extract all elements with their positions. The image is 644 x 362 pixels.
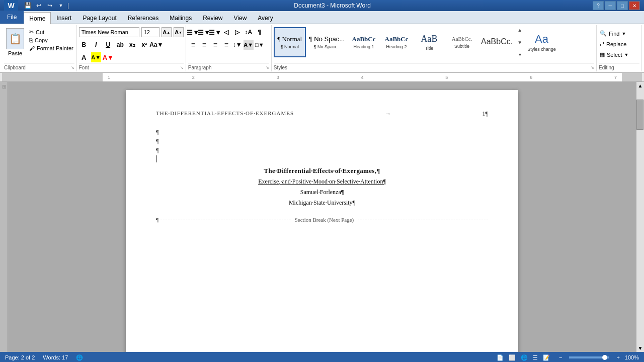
decrease-indent-button[interactable]: ◁ bbox=[221, 27, 231, 37]
bold-button[interactable]: B bbox=[79, 40, 89, 50]
help-button[interactable]: ? bbox=[593, 1, 604, 10]
styles-expander[interactable]: ↘ bbox=[591, 65, 594, 70]
scroll-up-button[interactable]: ▲ bbox=[637, 82, 644, 89]
font-expander[interactable]: ↘ bbox=[180, 65, 184, 70]
justify-button[interactable]: ≡ bbox=[221, 40, 231, 50]
tab-insert[interactable]: Insert bbox=[51, 12, 77, 24]
restore-button[interactable]: □ bbox=[617, 1, 628, 10]
main-area: ⊞ THE·DIFFERENTIAL·EFFECTS·OF·EXERGAMES … bbox=[0, 82, 644, 352]
select-button[interactable]: ▦ Select ▼ bbox=[599, 50, 630, 59]
view-outline-icon[interactable]: ☰ bbox=[533, 354, 538, 361]
show-hide-button[interactable]: ¶ bbox=[255, 27, 265, 37]
zoom-minus[interactable]: − bbox=[559, 354, 562, 360]
underline-button[interactable]: U bbox=[103, 40, 113, 50]
superscript-button[interactable]: x² bbox=[139, 40, 149, 50]
subscript-button[interactable]: x₂ bbox=[127, 40, 137, 50]
format-painter-button[interactable]: 🖌 Format Painter bbox=[28, 45, 74, 52]
replace-button[interactable]: ⇄ Replace bbox=[599, 40, 630, 48]
font-shrink-button[interactable]: A▼ bbox=[174, 27, 184, 37]
view-draft-icon[interactable]: 📝 bbox=[543, 354, 550, 361]
style-normal[interactable]: ¶ Normal ¶ Normal bbox=[274, 27, 306, 57]
borders-button[interactable]: □▼ bbox=[255, 40, 265, 50]
para-row-2: ≡ ≡ ≡ ≡ ↕▼ A▼ □▼ bbox=[188, 40, 265, 50]
style-no-spacing[interactable]: ¶ No Spac... ¶ No Spaci... bbox=[306, 27, 347, 57]
document-subtitle: Exercise,·and·Positive·Mood·on·Selective… bbox=[156, 178, 488, 186]
redo-button[interactable]: ↪ bbox=[45, 1, 54, 10]
close-button[interactable]: ✕ bbox=[629, 1, 640, 10]
tab-references[interactable]: References bbox=[122, 12, 164, 24]
align-center-button[interactable]: ≡ bbox=[199, 40, 209, 50]
text-effects-button[interactable]: A bbox=[79, 52, 89, 62]
select-dropdown-icon[interactable]: ▼ bbox=[624, 52, 629, 57]
document-author: Samuel·Forlenza¶ bbox=[156, 189, 488, 196]
para-mark-3: ¶ bbox=[156, 147, 158, 154]
style-aa[interactable]: AaBbCc. bbox=[478, 27, 515, 57]
strikethrough-button[interactable]: ab bbox=[115, 40, 125, 50]
tab-avery[interactable]: Avery bbox=[252, 12, 278, 24]
style-subtitle-label: Subtitle bbox=[454, 44, 469, 49]
tab-page-layout[interactable]: Page Layout bbox=[77, 12, 122, 24]
align-right-button[interactable]: ≡ bbox=[210, 40, 220, 50]
document-area[interactable]: THE·DIFFERENTIAL·EFFECTS·OF·EXERGAMES → … bbox=[8, 82, 636, 352]
paragraph-expander[interactable]: ↘ bbox=[266, 65, 269, 70]
scroll-thumb[interactable] bbox=[636, 100, 643, 130]
tab-review[interactable]: Review bbox=[197, 12, 228, 24]
document-page[interactable]: THE·DIFFERENTIAL·EFFECTS·OF·EXERGAMES → … bbox=[126, 90, 518, 352]
paste-button[interactable]: 📋 Paste bbox=[4, 27, 26, 57]
style-heading2[interactable]: AaBbCc Heading 2 bbox=[380, 27, 413, 57]
zoom-percentage[interactable]: 100% bbox=[625, 354, 639, 360]
font-color-row: A A▼ A▼ bbox=[79, 52, 184, 62]
copy-icon: ⎘ bbox=[29, 37, 33, 43]
multilevel-button[interactable]: ☰▼ bbox=[210, 27, 220, 37]
zoom-plus[interactable]: + bbox=[616, 354, 619, 360]
copy-button[interactable]: ⎘ Copy bbox=[28, 37, 74, 44]
scroll-down-button[interactable]: ▼ bbox=[637, 344, 644, 352]
vertical-scrollbar[interactable]: ▲ ▼ bbox=[636, 82, 644, 352]
tab-view[interactable]: View bbox=[228, 12, 253, 24]
window-controls: ? ─ □ ✕ bbox=[593, 1, 640, 10]
save-button[interactable]: 💾 bbox=[23, 1, 32, 10]
line-spacing-button[interactable]: ↕▼ bbox=[232, 40, 243, 50]
find-dropdown-icon[interactable]: ▼ bbox=[621, 31, 626, 36]
tab-home[interactable]: Home bbox=[24, 12, 51, 24]
sort-button[interactable]: ↕A bbox=[244, 27, 254, 37]
styles-scroll-up[interactable]: ▲ bbox=[517, 27, 522, 33]
view-normal-icon[interactable]: 📄 bbox=[497, 354, 504, 361]
numbering-button[interactable]: ☰▼ bbox=[199, 27, 209, 37]
italic-button[interactable]: I bbox=[91, 40, 101, 50]
zoom-slider[interactable] bbox=[569, 356, 609, 358]
font-name-input[interactable] bbox=[79, 27, 139, 37]
clipboard-expander[interactable]: ↘ bbox=[71, 65, 74, 70]
styles-scroll-more[interactable]: ▾ bbox=[519, 52, 521, 57]
status-page: Page: 2 of 2 bbox=[5, 354, 35, 361]
scroll-track[interactable] bbox=[636, 89, 644, 344]
find-button[interactable]: 🔍 Find ▼ bbox=[599, 29, 630, 38]
minimize-button[interactable]: ─ bbox=[605, 1, 616, 10]
change-case-button[interactable]: Aa▼ bbox=[151, 40, 162, 50]
styles-scroll-control[interactable]: ▲ ▼ ▾ bbox=[516, 27, 524, 57]
view-web-icon[interactable]: 🌐 bbox=[521, 354, 528, 361]
customize-quick-access-button[interactable]: ▼ bbox=[56, 1, 65, 10]
ruler-content: 1 2 3 4 5 6 7 bbox=[2, 73, 642, 81]
undo-button[interactable]: ↩ bbox=[34, 1, 43, 10]
clipboard-group-label-row: Clipboard ↘ bbox=[4, 63, 74, 71]
cut-button[interactable]: ✂ Cut bbox=[28, 28, 74, 36]
increase-indent-button[interactable]: ▷ bbox=[232, 27, 243, 37]
change-styles-button[interactable]: Aa Styles change bbox=[524, 27, 559, 57]
tab-file[interactable]: File bbox=[0, 11, 24, 24]
shading-button[interactable]: A▼ bbox=[244, 40, 254, 50]
bullets-button[interactable]: ☰▼ bbox=[188, 27, 198, 37]
font-color-button[interactable]: A▼ bbox=[103, 52, 113, 62]
document-content[interactable]: ¶ ¶ ¶ The·Differential·Effects·of·Exerga… bbox=[156, 128, 488, 223]
change-styles-label: Styles change bbox=[527, 47, 556, 52]
style-subtitle[interactable]: AaBbCc. Subtitle bbox=[446, 27, 478, 57]
font-grow-button[interactable]: A▲ bbox=[162, 27, 172, 37]
view-fullscreen-icon[interactable]: ⬜ bbox=[509, 354, 516, 361]
highlight-color-button[interactable]: A▼ bbox=[91, 52, 101, 62]
styles-scroll-down[interactable]: ▼ bbox=[517, 40, 522, 45]
align-left-button[interactable]: ≡ bbox=[188, 40, 198, 50]
font-size-input[interactable] bbox=[141, 27, 159, 37]
style-title[interactable]: AaB Title bbox=[413, 27, 445, 57]
tab-mailings[interactable]: Mailings bbox=[164, 12, 197, 24]
style-heading1[interactable]: AaBbCc Heading 1 bbox=[348, 27, 380, 57]
